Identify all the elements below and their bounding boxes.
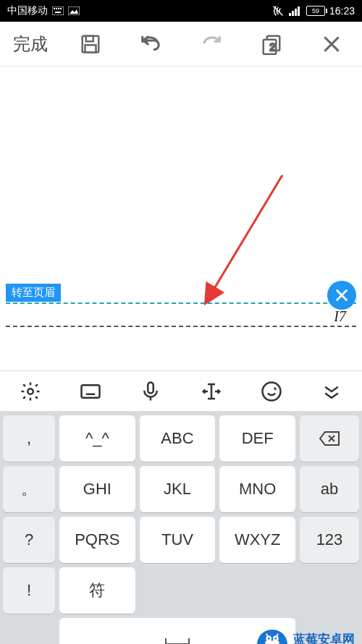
redo-icon [201,33,222,55]
ime-emoji-button[interactable] [250,381,293,402]
undo-button[interactable] [129,33,172,55]
svg-rect-5 [55,12,61,13]
ime-collapse-button[interactable] [310,381,353,402]
app-toolbar: 完成 2 [0,22,362,67]
key-123-mode[interactable]: 123 [300,517,359,563]
dismiss-header-button[interactable] [327,281,356,310]
chevron-down-icon [321,381,342,402]
carrier-label: 中国移动 [7,4,48,17]
ime-cursor-button[interactable] [190,381,233,402]
watermark-title: 蓝莓安卓网 [293,633,358,644]
close-button[interactable] [310,33,353,55]
svg-point-27 [262,382,280,400]
key-wxyz[interactable]: WXYZ [219,517,295,563]
key-pqrs[interactable]: PQRS [59,517,135,563]
mic-icon [140,381,161,402]
svg-rect-6 [68,7,80,15]
ime-voice-button[interactable] [129,381,172,402]
save-button[interactable] [69,33,112,55]
key-abc[interactable]: ABC [140,415,216,462]
soft-keyboard: , ^_^ ABC DEF 。 GHI JKL MNO ab ? PQRS TU… [0,411,362,644]
ime-keyboard-button[interactable] [69,381,112,402]
keyboard-status-icon [52,7,64,15]
header-boundary-bottom [6,326,356,327]
pages-icon: 2 [261,33,282,55]
svg-rect-4 [60,8,62,9]
key-question[interactable]: ? [3,517,55,563]
text-cursor: I7 [334,308,346,325]
svg-rect-29 [266,640,279,644]
key-face[interactable]: ^_^ [59,415,135,462]
battery-level: 59 [312,7,319,14]
picture-status-icon [68,7,80,15]
key-symbols[interactable]: 符 [59,567,135,614]
svg-line-18 [206,175,282,302]
floppy-icon [80,33,101,55]
text-cursor-icon [201,381,222,402]
svg-rect-14 [85,45,96,52]
svg-rect-2 [56,8,57,9]
svg-rect-9 [292,11,294,16]
key-ghi[interactable]: GHI [59,466,135,512]
document-canvas[interactable]: 转至页眉 I7 [0,67,362,370]
key-tuv[interactable]: TUV [140,517,216,563]
backspace-icon [319,431,340,446]
pages-button[interactable]: 2 [250,33,293,55]
ime-toolbar [0,370,362,411]
svg-text:2: 2 [269,41,275,52]
vibrate-icon [272,4,285,17]
android-logo-icon [256,628,289,644]
watermark: 蓝莓安卓网 www.lmkjs.com [256,628,358,644]
svg-marker-7 [70,9,78,14]
svg-rect-26 [148,382,154,393]
signal-icon [289,6,302,16]
key-period[interactable]: 。 [3,466,55,512]
key-def[interactable]: DEF [219,415,295,462]
battery-icon: 59 [306,6,325,16]
undo-icon [140,33,161,55]
svg-rect-20 [81,385,99,398]
status-left: 中国移动 [7,4,80,17]
done-button[interactable]: 完成 [9,33,52,56]
clock-label: 16:23 [329,5,355,17]
spacebar-icon [163,635,192,644]
key-backspace[interactable] [300,415,359,462]
svg-rect-1 [54,8,55,9]
svg-rect-3 [58,8,59,9]
svg-point-19 [28,389,33,394]
status-right: 59 16:23 [272,4,355,17]
status-bar: 中国移动 59 16:23 [0,0,362,22]
svg-rect-0 [52,7,64,15]
svg-rect-8 [289,13,291,16]
close-x-icon [334,287,350,303]
key-jkl[interactable]: JKL [140,466,216,512]
emoji-icon [261,381,282,402]
keyboard-icon [80,381,101,402]
ime-settings-button[interactable] [9,381,52,402]
svg-rect-11 [298,7,300,16]
close-icon [321,33,342,55]
key-comma[interactable]: , [3,415,55,462]
svg-rect-13 [86,35,93,41]
header-jump-tag[interactable]: 转至页眉 [6,284,61,302]
svg-rect-10 [295,9,297,16]
annotation-arrow [195,175,290,313]
header-boundary-top [6,302,356,304]
key-ab-mode[interactable]: ab [300,466,359,512]
gear-icon [20,381,41,402]
redo-button[interactable] [190,33,233,55]
key-mno[interactable]: MNO [219,466,295,512]
key-exclaim[interactable]: ! [3,567,55,614]
